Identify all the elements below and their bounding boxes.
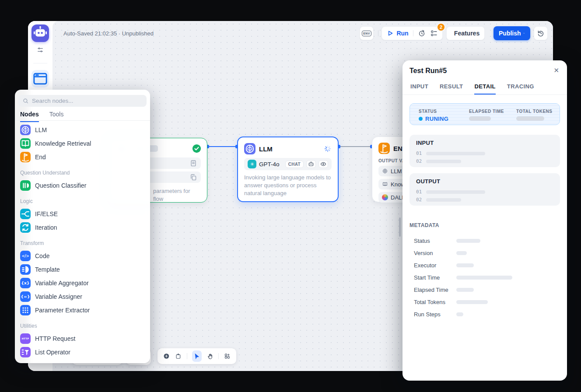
checklist-icon[interactable] bbox=[430, 29, 438, 37]
node-list-item-end[interactable]: End bbox=[18, 150, 147, 164]
history-icon bbox=[537, 29, 545, 37]
skeleton-bar bbox=[456, 239, 480, 243]
close-icon[interactable]: ✕ bbox=[553, 66, 559, 74]
node-search-input[interactable]: Search nodes... bbox=[18, 95, 147, 107]
ifelse-icon bbox=[20, 209, 31, 219]
app-logo[interactable] bbox=[32, 24, 49, 42]
add-note-button[interactable] bbox=[175, 352, 182, 360]
env-button[interactable]: ENV bbox=[360, 26, 374, 40]
skeleton-line-row: 01 bbox=[416, 189, 485, 195]
metadata-label: Run Steps bbox=[410, 311, 456, 318]
env-icon: ENV bbox=[362, 31, 371, 36]
divider bbox=[402, 94, 567, 95]
vision-eye-icon bbox=[318, 160, 328, 168]
node-item-label: List Operator bbox=[35, 349, 70, 356]
metadata-row: Elapsed Time bbox=[410, 284, 560, 296]
pointer-icon bbox=[193, 352, 201, 360]
run-panel-tab-tracing[interactable]: TRACING bbox=[507, 83, 534, 94]
metadata-label: Executor bbox=[410, 262, 456, 269]
node-list-item-if-else[interactable]: IF/ELSE bbox=[18, 207, 147, 220]
search-icon bbox=[22, 98, 29, 104]
llm-node-description: Invoking large language models to answer… bbox=[244, 174, 332, 197]
var-assigner-icon: {=} bbox=[20, 291, 31, 302]
history-button[interactable] bbox=[534, 26, 548, 40]
publish-button[interactable]: Publish bbox=[494, 26, 530, 40]
skeleton-bar bbox=[426, 152, 485, 155]
listop-icon bbox=[20, 347, 31, 357]
node-list-item-list-operator[interactable]: List Operator bbox=[18, 345, 147, 359]
status-label: STATUS bbox=[419, 109, 437, 114]
node-item-label: Template bbox=[35, 266, 60, 273]
knowledge-icon bbox=[20, 138, 31, 149]
edge-start-llm bbox=[207, 146, 237, 147]
node-list-item-knowledge-retrieval[interactable]: Knowledge Retrieval bbox=[18, 136, 147, 150]
node-list-item-variable-aggregator[interactable]: {x}Variable Aggregator bbox=[18, 276, 147, 290]
node-list-item-iteration[interactable]: Iteration bbox=[18, 220, 147, 234]
skeleton-bar bbox=[456, 251, 467, 255]
skeleton-line-row: 02 bbox=[416, 158, 461, 164]
bot-chip-icon bbox=[306, 160, 316, 168]
classifier-icon bbox=[20, 180, 31, 191]
preview-window-button[interactable] bbox=[32, 70, 49, 88]
line-number: 01 bbox=[416, 189, 422, 195]
skeleton-line-row: 02 bbox=[416, 197, 461, 203]
node-item-label: Question Classifier bbox=[35, 182, 87, 189]
node-item-label: Parameter Extractor bbox=[35, 307, 90, 314]
node-list-item-parameter-extractor[interactable]: Parameter Extractor bbox=[18, 303, 147, 317]
node-list-item-llm[interactable]: LLM bbox=[18, 123, 147, 136]
hand-mode-button[interactable] bbox=[207, 352, 214, 360]
total-tokens-label: TOTAL TOKENS bbox=[516, 109, 553, 114]
node-list-item-template[interactable]: Template bbox=[18, 262, 147, 276]
play-icon[interactable] bbox=[386, 29, 394, 37]
run-button[interactable]: Run bbox=[396, 30, 408, 37]
node-item-label: Variable Aggregator bbox=[35, 280, 89, 287]
tokens-skeleton bbox=[516, 116, 544, 121]
header-separator bbox=[378, 30, 378, 36]
node-item-label: Iteration bbox=[35, 224, 57, 231]
test-run-panel: Test Run#5 ✕ INPUTRESULTDETAILTRACING ST… bbox=[402, 60, 567, 381]
node-list-item-question-classifier[interactable]: Question Classifier bbox=[18, 178, 147, 192]
llm-model-row[interactable]: ✳ GPT-4o CHAT bbox=[244, 158, 332, 170]
node-item-label: LLM bbox=[35, 126, 47, 133]
metadata-label: Elapsed Time bbox=[410, 287, 456, 293]
node-item-label: Variable Assigner bbox=[35, 293, 82, 300]
node-list-item-http-request[interactable]: HTTPHTTP Request bbox=[18, 332, 147, 345]
elapsed-skeleton bbox=[469, 116, 491, 121]
skeleton-bar bbox=[456, 312, 463, 316]
organize-nodes-button[interactable] bbox=[224, 352, 231, 360]
node-list-item-code[interactable]: </>Code bbox=[18, 249, 147, 262]
variable-name: LLM bbox=[391, 168, 402, 175]
pointer-mode-button[interactable] bbox=[192, 350, 201, 362]
node-group-header: Logic bbox=[18, 192, 147, 207]
node-item-label: End bbox=[35, 154, 46, 161]
node-item-label: HTTP Request bbox=[35, 335, 75, 342]
run-panel-tab-detail[interactable]: DETAIL bbox=[474, 83, 495, 94]
metadata-label: Status bbox=[410, 238, 456, 244]
add-node-button[interactable] bbox=[163, 352, 170, 360]
scrollbar-thumb[interactable] bbox=[399, 217, 401, 237]
iteration-icon bbox=[20, 222, 31, 233]
skeleton-bar bbox=[426, 198, 461, 202]
input-card: INPUT0102 bbox=[410, 135, 560, 167]
run-panel-tab-result[interactable]: RESULT bbox=[440, 83, 463, 94]
skeleton-bar bbox=[456, 300, 488, 304]
node-picker-panel: Search nodes... NodesTools LLMKnowledge … bbox=[15, 90, 150, 363]
features-button[interactable]: Features bbox=[446, 26, 485, 40]
node-list-item-variable-assigner[interactable]: {=}Variable Assigner bbox=[18, 290, 147, 303]
llm-node[interactable]: LLM ✳ GPT-4o CHAT Invoking large languag… bbox=[237, 136, 339, 202]
metadata-label: Version bbox=[410, 250, 456, 256]
chevron-down-icon bbox=[523, 30, 525, 36]
search-placeholder: Search nodes... bbox=[32, 98, 74, 104]
sliders-icon[interactable] bbox=[37, 46, 44, 53]
stopwatch-icon[interactable] bbox=[418, 29, 426, 37]
doc-icon bbox=[189, 159, 197, 167]
autosave-status: Auto-Saved 21:02:35 · Unpublished bbox=[63, 30, 154, 37]
running-dot-icon bbox=[419, 117, 423, 121]
node-item-label: Code bbox=[35, 252, 49, 259]
run-panel-tab-input[interactable]: INPUT bbox=[410, 83, 428, 94]
node-group-header: Transform bbox=[18, 234, 147, 249]
metadata-row: Executor bbox=[410, 259, 560, 271]
skeleton-bar bbox=[426, 190, 485, 194]
run-panel-title: Test Run#5 bbox=[410, 67, 447, 75]
http-icon: HTTP bbox=[20, 333, 31, 344]
